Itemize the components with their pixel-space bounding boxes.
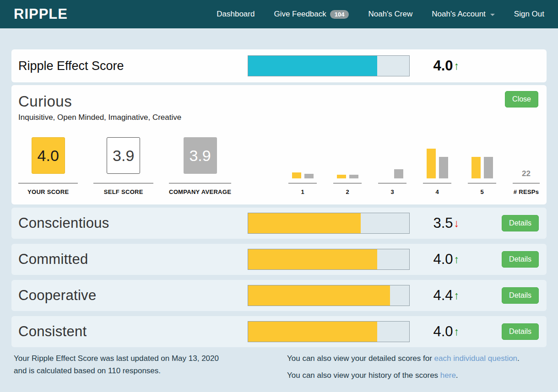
overall-score-title: Ripple Effect Score	[18, 59, 248, 73]
footer-links: You can also view your detailed scores f…	[287, 352, 547, 386]
trait-score-bar	[248, 285, 410, 306]
trait-score-value: 4.0	[433, 323, 453, 340]
close-button[interactable]: Close	[505, 91, 538, 107]
nav-item-noahs-crew[interactable]: Noah's Crew	[368, 10, 412, 19]
histogram-group-3: 3	[378, 149, 406, 195]
trait-row-conscientious: Conscientious 3.5 ↓ Details	[11, 208, 547, 239]
trait-score-bar-fill	[248, 213, 361, 233]
histogram-bar-company	[304, 174, 314, 178]
main-content: Ripple Effect Score 4.0 ↑ Close Curious …	[0, 28, 558, 386]
histogram-group-5: 5	[468, 149, 496, 195]
responses-column: 22 # RESPs	[513, 149, 540, 195]
trait-score-value: 4.4	[433, 287, 453, 304]
trait-detail-title: Curious	[18, 92, 540, 111]
trend-arrow-icon: ↓	[454, 218, 460, 229]
trait-label: Committed	[18, 251, 248, 268]
responses-label: # RESPs	[513, 188, 540, 195]
company-average-label: COMPANY AVERAGE	[169, 188, 231, 195]
histogram-group-1: 1	[288, 149, 317, 195]
self-score-label: SELF SCORE	[93, 188, 153, 195]
details-button[interactable]: Details	[502, 287, 539, 304]
histogram-group-4: 4	[423, 149, 451, 195]
trend-arrow-icon: ↑	[454, 290, 460, 301]
company-average-box: 3.9	[184, 137, 217, 174]
histogram: 12345	[247, 149, 496, 195]
trait-score-cell: 4.4 ↑	[410, 287, 483, 304]
trait-row-committed: Committed 4.0 ↑ Details	[11, 244, 547, 275]
histogram-tick-label: 4	[423, 188, 451, 195]
footer-update-note: Your Ripple Effect Score was last update…	[14, 352, 287, 386]
trait-label: Conscientious	[18, 215, 248, 231]
trait-score-bar	[248, 321, 410, 342]
individual-question-link[interactable]: each individual question	[434, 354, 517, 363]
trait-label: Consistent	[18, 323, 248, 340]
trait-row-consistent: Consistent 4.0 ↑ Details	[11, 316, 547, 347]
overall-score-bar-fill	[248, 56, 377, 76]
trait-score-value: 3.5	[433, 215, 453, 231]
trait-detail-grid: 4.0 YOUR SCORE 3.9 SELF SCORE 3.9 COMPAN…	[18, 137, 540, 195]
footer-history-line: You can also view your history of the sc…	[287, 369, 547, 381]
details-button[interactable]: Details	[502, 251, 539, 268]
trait-score-bar	[248, 249, 410, 270]
histogram-tick-label: 2	[333, 188, 362, 195]
history-link[interactable]: here	[440, 371, 456, 380]
overall-score-value: 4.0	[433, 58, 453, 74]
trait-detail-subtitle: Inquisitive, Open Minded, Imaginative, C…	[18, 113, 540, 123]
histogram-bar-your-feedback	[471, 157, 481, 178]
trait-row-cooperative: Cooperative 4.4 ↑ Details	[11, 280, 547, 311]
overall-score-value-cell: 4.0 ↑	[410, 58, 483, 74]
trait-score-cell: 4.0 ↑	[410, 323, 483, 340]
details-button[interactable]: Details	[502, 215, 539, 231]
nav-item-sign-out[interactable]: Sign Out	[514, 10, 544, 19]
histogram-bar-company	[394, 169, 403, 178]
nav-links: Dashboard Give Feedback 104 Noah's Crew …	[217, 10, 544, 19]
trait-label: Cooperative	[18, 287, 248, 304]
feedback-count-badge: 104	[330, 10, 349, 19]
curious-detail-card: Close Curious Inquisitive, Open Minded, …	[11, 85, 547, 204]
histogram-group-2: 2	[333, 149, 362, 195]
histogram-bar-your-feedback	[337, 175, 346, 178]
self-score-box: 3.9	[107, 137, 140, 174]
nav-item-dashboard[interactable]: Dashboard	[217, 10, 255, 19]
stat-self-score: 3.9 SELF SCORE	[93, 137, 153, 195]
trait-score-bar-fill	[248, 249, 377, 269]
ripple-logo[interactable]: RIPPLE	[14, 6, 68, 22]
footer: Your Ripple Effect Score was last update…	[11, 352, 547, 386]
histogram-tick-label: 1	[288, 188, 317, 195]
navbar: RIPPLE Dashboard Give Feedback 104 Noah'…	[0, 0, 558, 28]
trend-arrow-icon: ↑	[454, 254, 460, 265]
stat-your-score: 4.0 YOUR SCORE	[18, 137, 78, 195]
stat-company-average: 3.9 COMPANY AVERAGE	[169, 137, 231, 195]
histogram-tick-label: 5	[468, 188, 496, 195]
nav-item-noahs-account[interactable]: Noah's Account	[432, 10, 495, 19]
trait-score-bar-fill	[248, 322, 377, 342]
overall-score-bar	[248, 55, 410, 76]
your-score-label: YOUR SCORE	[18, 188, 78, 195]
responses-count: 22	[513, 149, 540, 178]
footer-detailed-scores-line: You can also view your detailed scores f…	[287, 352, 547, 365]
trait-score-bar-fill	[248, 285, 390, 306]
chevron-down-icon	[490, 14, 495, 16]
trend-arrow-icon: ↑	[454, 326, 460, 337]
trait-score-value: 4.0	[433, 251, 453, 268]
histogram-bar-company	[439, 157, 448, 178]
your-score-box: 4.0	[32, 137, 65, 174]
histogram-bar-your-feedback	[292, 172, 301, 178]
histogram-tick-label: 3	[378, 188, 406, 195]
trend-arrow-icon: ↑	[454, 60, 460, 71]
histogram-bar-your-feedback	[427, 149, 436, 178]
histogram-bar-company	[349, 175, 358, 178]
nav-item-give-feedback[interactable]: Give Feedback 104	[274, 10, 349, 19]
trait-score-bar	[248, 213, 410, 234]
details-button[interactable]: Details	[502, 323, 539, 340]
histogram-bar-company	[484, 157, 493, 178]
trait-score-cell: 4.0 ↑	[410, 251, 483, 268]
overall-score-card: Ripple Effect Score 4.0 ↑	[11, 49, 547, 82]
trait-score-cell: 3.5 ↓	[410, 215, 483, 231]
